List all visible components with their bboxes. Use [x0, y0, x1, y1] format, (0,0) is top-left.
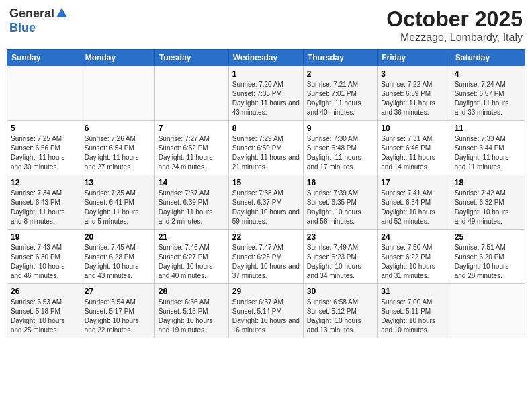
day-number: 26	[11, 287, 77, 296]
day-info: Sunrise: 7:38 AM Sunset: 6:37 PM Dayligh…	[232, 189, 300, 226]
day-number: 27	[85, 287, 151, 296]
day-number: 24	[381, 232, 447, 242]
calendar-cell: 22Sunrise: 7:47 AM Sunset: 6:25 PM Dayli…	[228, 230, 303, 284]
day-number: 3	[381, 69, 447, 79]
calendar-cell: 29Sunrise: 6:57 AM Sunset: 5:14 PM Dayli…	[228, 284, 303, 338]
day-number: 7	[159, 124, 225, 133]
calendar-cell: 31Sunrise: 7:00 AM Sunset: 5:11 PM Dayli…	[378, 284, 451, 338]
day-number: 30	[307, 287, 373, 296]
day-number: 6	[85, 124, 151, 133]
svg-marker-0	[56, 8, 67, 17]
day-number: 9	[307, 124, 373, 133]
calendar-cell: 1Sunrise: 7:20 AM Sunset: 7:03 PM Daylig…	[228, 66, 303, 121]
weekday-header-row: SundayMondayTuesdayWednesdayThursdayFrid…	[7, 50, 525, 66]
location: Mezzago, Lombardy, Italy	[386, 32, 523, 44]
day-info: Sunrise: 7:00 AM Sunset: 5:11 PM Dayligh…	[381, 298, 447, 335]
calendar-cell: 28Sunrise: 6:56 AM Sunset: 5:15 PM Dayli…	[154, 284, 228, 338]
week-row-5: 26Sunrise: 6:53 AM Sunset: 5:18 PM Dayli…	[7, 284, 525, 338]
calendar-cell	[451, 284, 525, 338]
day-info: Sunrise: 6:57 AM Sunset: 5:14 PM Dayligh…	[232, 298, 300, 335]
day-number: 13	[85, 178, 151, 187]
day-info: Sunrise: 7:39 AM Sunset: 6:35 PM Dayligh…	[307, 189, 373, 226]
day-info: Sunrise: 6:58 AM Sunset: 5:12 PM Dayligh…	[307, 298, 373, 335]
calendar-cell: 21Sunrise: 7:46 AM Sunset: 6:27 PM Dayli…	[154, 230, 228, 284]
day-number: 29	[232, 287, 300, 296]
calendar-cell: 12Sunrise: 7:34 AM Sunset: 6:43 PM Dayli…	[7, 175, 81, 230]
day-info: Sunrise: 7:30 AM Sunset: 6:48 PM Dayligh…	[307, 134, 373, 172]
day-info: Sunrise: 7:46 AM Sunset: 6:27 PM Dayligh…	[159, 243, 225, 281]
logo-icon	[56, 7, 68, 19]
day-number: 25	[455, 232, 521, 242]
logo: General Blue	[9, 7, 68, 35]
day-info: Sunrise: 7:26 AM Sunset: 6:54 PM Dayligh…	[85, 134, 151, 172]
day-number: 12	[11, 178, 77, 187]
page-header: General Blue October 2025 Mezzago, Lomba…	[7, 7, 525, 44]
calendar-cell: 19Sunrise: 7:43 AM Sunset: 6:30 PM Dayli…	[7, 230, 81, 284]
day-info: Sunrise: 6:54 AM Sunset: 5:17 PM Dayligh…	[85, 298, 151, 335]
weekday-header-wednesday: Wednesday	[228, 50, 303, 66]
calendar-cell: 17Sunrise: 7:41 AM Sunset: 6:34 PM Dayli…	[378, 175, 451, 230]
day-number: 16	[307, 178, 373, 187]
day-number: 5	[11, 124, 77, 133]
day-info: Sunrise: 7:45 AM Sunset: 6:28 PM Dayligh…	[85, 243, 151, 281]
calendar-cell: 13Sunrise: 7:35 AM Sunset: 6:41 PM Dayli…	[81, 175, 154, 230]
day-number: 20	[85, 232, 151, 242]
title-block: October 2025 Mezzago, Lombardy, Italy	[386, 7, 523, 44]
day-info: Sunrise: 6:53 AM Sunset: 5:18 PM Dayligh…	[11, 298, 77, 335]
day-info: Sunrise: 7:29 AM Sunset: 6:50 PM Dayligh…	[232, 134, 300, 172]
week-row-1: 1Sunrise: 7:20 AM Sunset: 7:03 PM Daylig…	[7, 66, 525, 121]
calendar-cell: 10Sunrise: 7:31 AM Sunset: 6:46 PM Dayli…	[378, 121, 451, 175]
calendar-cell	[154, 66, 228, 121]
day-number: 17	[381, 178, 447, 187]
day-number: 4	[455, 69, 521, 79]
day-info: Sunrise: 7:22 AM Sunset: 6:59 PM Dayligh…	[381, 80, 447, 118]
day-info: Sunrise: 7:25 AM Sunset: 6:56 PM Dayligh…	[11, 134, 77, 172]
weekday-header-thursday: Thursday	[303, 50, 377, 66]
calendar-cell: 23Sunrise: 7:49 AM Sunset: 6:23 PM Dayli…	[303, 230, 377, 284]
calendar-cell: 14Sunrise: 7:37 AM Sunset: 6:39 PM Dayli…	[154, 175, 228, 230]
calendar-cell: 16Sunrise: 7:39 AM Sunset: 6:35 PM Dayli…	[303, 175, 377, 230]
day-number: 31	[381, 287, 447, 296]
calendar-cell: 30Sunrise: 6:58 AM Sunset: 5:12 PM Dayli…	[303, 284, 377, 338]
month-title: October 2025	[386, 7, 523, 32]
week-row-2: 5Sunrise: 7:25 AM Sunset: 6:56 PM Daylig…	[7, 121, 525, 175]
day-info: Sunrise: 7:50 AM Sunset: 6:22 PM Dayligh…	[381, 243, 447, 281]
day-number: 11	[455, 124, 521, 133]
day-number: 21	[159, 232, 225, 242]
day-info: Sunrise: 7:41 AM Sunset: 6:34 PM Dayligh…	[381, 189, 447, 226]
calendar-cell: 4Sunrise: 7:24 AM Sunset: 6:57 PM Daylig…	[451, 66, 525, 121]
day-number: 18	[455, 178, 521, 187]
weekday-header-monday: Monday	[81, 50, 154, 66]
calendar-cell: 20Sunrise: 7:45 AM Sunset: 6:28 PM Dayli…	[81, 230, 154, 284]
day-info: Sunrise: 7:21 AM Sunset: 7:01 PM Dayligh…	[307, 80, 373, 118]
calendar-cell	[81, 66, 154, 121]
day-number: 28	[159, 287, 225, 296]
calendar-cell: 3Sunrise: 7:22 AM Sunset: 6:59 PM Daylig…	[378, 66, 451, 121]
calendar-cell: 11Sunrise: 7:33 AM Sunset: 6:44 PM Dayli…	[451, 121, 525, 175]
weekday-header-sunday: Sunday	[7, 50, 81, 66]
day-info: Sunrise: 7:24 AM Sunset: 6:57 PM Dayligh…	[455, 80, 521, 118]
day-info: Sunrise: 6:56 AM Sunset: 5:15 PM Dayligh…	[159, 298, 225, 335]
day-number: 10	[381, 124, 447, 133]
day-info: Sunrise: 7:47 AM Sunset: 6:25 PM Dayligh…	[232, 243, 300, 281]
calendar-cell: 24Sunrise: 7:50 AM Sunset: 6:22 PM Dayli…	[378, 230, 451, 284]
calendar-cell: 8Sunrise: 7:29 AM Sunset: 6:50 PM Daylig…	[228, 121, 303, 175]
day-info: Sunrise: 7:51 AM Sunset: 6:20 PM Dayligh…	[455, 243, 521, 281]
day-number: 2	[307, 69, 373, 79]
day-info: Sunrise: 7:31 AM Sunset: 6:46 PM Dayligh…	[381, 134, 447, 172]
day-number: 1	[232, 69, 300, 79]
calendar-cell: 15Sunrise: 7:38 AM Sunset: 6:37 PM Dayli…	[228, 175, 303, 230]
calendar-cell: 2Sunrise: 7:21 AM Sunset: 7:01 PM Daylig…	[303, 66, 377, 121]
week-row-4: 19Sunrise: 7:43 AM Sunset: 6:30 PM Dayli…	[7, 230, 525, 284]
calendar-cell	[7, 66, 81, 121]
day-number: 15	[232, 178, 300, 187]
calendar-cell: 6Sunrise: 7:26 AM Sunset: 6:54 PM Daylig…	[81, 121, 154, 175]
day-number: 23	[307, 232, 373, 242]
day-info: Sunrise: 7:42 AM Sunset: 6:32 PM Dayligh…	[455, 189, 521, 226]
day-number: 14	[159, 178, 225, 187]
day-info: Sunrise: 7:34 AM Sunset: 6:43 PM Dayligh…	[11, 189, 77, 226]
calendar-cell: 26Sunrise: 6:53 AM Sunset: 5:18 PM Dayli…	[7, 284, 81, 338]
logo-blue-text: Blue	[9, 21, 36, 34]
calendar-cell: 25Sunrise: 7:51 AM Sunset: 6:20 PM Dayli…	[451, 230, 525, 284]
calendar-cell: 18Sunrise: 7:42 AM Sunset: 6:32 PM Dayli…	[451, 175, 525, 230]
